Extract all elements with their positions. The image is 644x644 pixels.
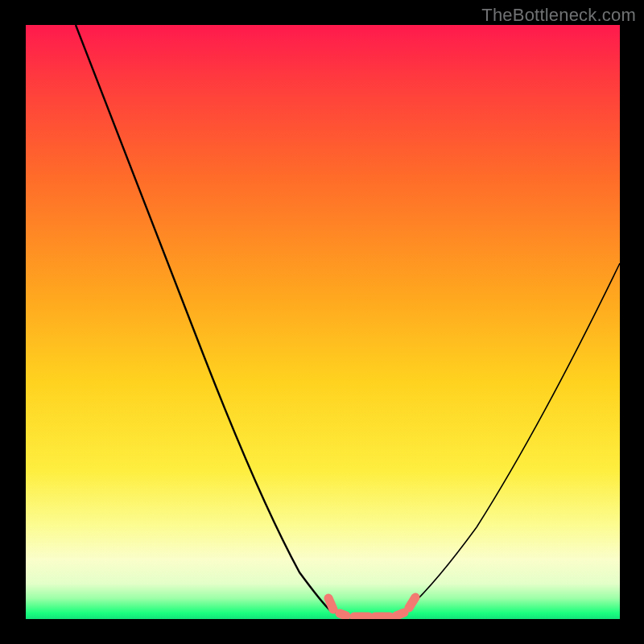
plot-area — [26, 25, 620, 619]
right-curve — [398, 263, 620, 617]
curve-overlay — [26, 25, 620, 619]
dashed-trough — [328, 597, 415, 617]
svg-line-1 — [340, 613, 346, 616]
svg-line-4 — [396, 613, 404, 616]
svg-line-5 — [409, 597, 415, 608]
svg-line-0 — [328, 598, 333, 609]
chart-frame: TheBottleneck.com — [0, 0, 644, 644]
left-curve — [76, 25, 346, 617]
watermark-text: TheBottleneck.com — [481, 5, 636, 26]
